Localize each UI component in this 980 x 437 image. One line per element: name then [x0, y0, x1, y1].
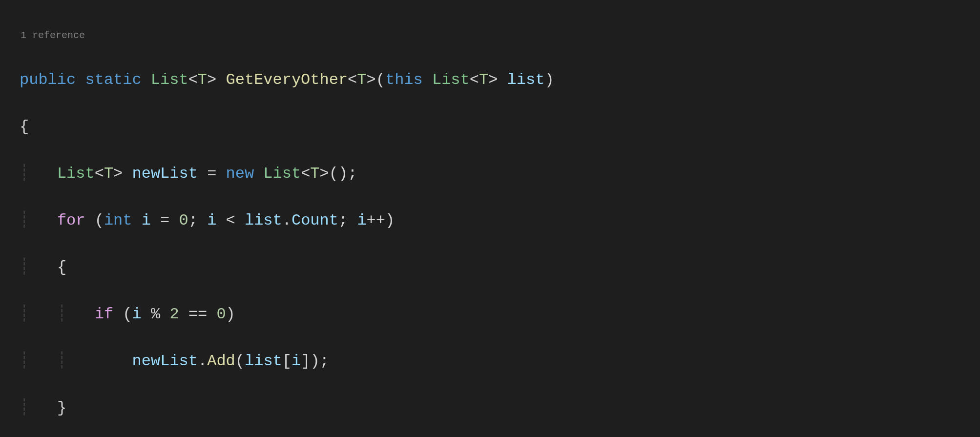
code-line: ┊ { [20, 256, 960, 279]
param-list: list [507, 71, 545, 89]
keyword-for: for [57, 211, 85, 229]
code-line: ┊ ┊ newList.Add(list[i]); [20, 350, 960, 373]
prop-count: Count [292, 211, 338, 229]
method-name: GetEveryOther [226, 71, 348, 89]
method-add: Add [207, 352, 235, 370]
keyword-public: public [20, 71, 76, 89]
keyword-int: int [104, 211, 132, 229]
typeparam-t: T [198, 71, 207, 89]
keyword-this: this [385, 71, 423, 89]
code-line: ┊ } [20, 396, 960, 420]
code-line: { [20, 115, 960, 139]
var-i: i [142, 211, 151, 229]
number-two: 2 [169, 305, 179, 323]
keyword-if: if [95, 305, 113, 323]
code-line: ┊ ┊ if (i % 2 == 0) [20, 303, 960, 326]
code-line: public static List<T> GetEveryOther<T>(t… [20, 68, 960, 92]
code-line: ┊ for (int i = 0; i < list.Count; i++) [20, 209, 960, 232]
var-newlist: newList [132, 165, 198, 183]
code-line: ┊ List<T> newList = new List<T>(); [20, 162, 960, 186]
number-zero: 0 [179, 211, 188, 229]
codelens-reference[interactable]: 1 reference [20, 28, 960, 45]
keyword-static: static [85, 71, 141, 89]
code-editor[interactable]: 1 reference public static List<T> GetEve… [0, 0, 980, 437]
type-list: List [151, 71, 188, 89]
keyword-new: new [226, 165, 254, 183]
